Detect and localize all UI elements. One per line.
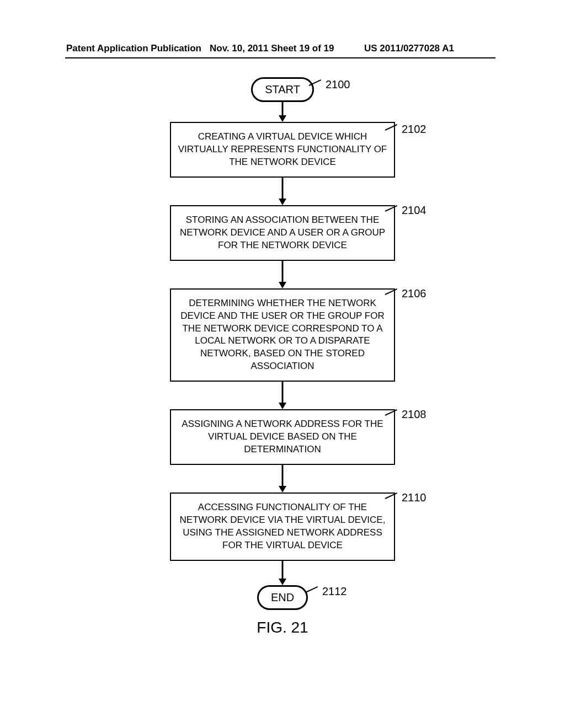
ref-2104: 2104 (402, 204, 427, 217)
node-2108-wrap: ASSIGNING A NETWORK ADDRESS FOR THE VIRT… (0, 409, 565, 465)
node-2106-wrap: DETERMINING WHETHER THE NETWORK DEVICE A… (0, 288, 565, 382)
ref-2102: 2102 (402, 123, 427, 136)
node-end-wrap: END 2112 (0, 585, 565, 610)
arrow-down-icon (277, 382, 288, 409)
header-left: Patent Application Publication (66, 43, 201, 54)
svg-marker-5 (279, 282, 286, 288)
process-2104: STORING AN ASSOCIATION BETWEEN THE NETWO… (170, 205, 395, 261)
end-terminal: END (257, 585, 308, 610)
start-terminal: START (251, 77, 314, 102)
header-mid: Nov. 10, 2011 Sheet 19 of 19 (210, 43, 334, 54)
svg-marker-3 (279, 199, 286, 205)
svg-marker-9 (279, 486, 286, 493)
header-rule (65, 57, 495, 58)
ref-2100: 2100 (326, 78, 350, 91)
ref-2112: 2112 (322, 585, 347, 598)
process-2110: ACCESSING FUNCTIONALITY OF THE NETWORK D… (170, 493, 395, 561)
figure-label: FIG. 21 (0, 619, 565, 636)
process-2102: CREATING A VIRTUAL DEVICE WHICH VIRTUALL… (170, 122, 395, 178)
header-right: US 2011/0277028 A1 (364, 43, 454, 54)
arrow-down-icon (277, 178, 288, 205)
flowchart: START 2100 CREATING A VIRTUAL DEVICE WHI… (0, 77, 565, 636)
node-2102-wrap: CREATING A VIRTUAL DEVICE WHICH VIRTUALL… (0, 122, 565, 178)
process-2106: DETERMINING WHETHER THE NETWORK DEVICE A… (170, 288, 395, 382)
arrow-down-icon (277, 561, 288, 585)
ref-tick-icon (306, 586, 318, 593)
ref-2106: 2106 (402, 287, 427, 300)
arrow (0, 561, 565, 585)
arrow-down-icon (277, 465, 288, 493)
arrow (0, 178, 565, 205)
svg-marker-11 (279, 579, 286, 585)
arrow-down-icon (277, 261, 288, 288)
arrow (0, 102, 565, 122)
page: Patent Application Publication Nov. 10, … (0, 0, 565, 728)
svg-marker-1 (279, 115, 286, 122)
node-2110-wrap: ACCESSING FUNCTIONALITY OF THE NETWORK D… (0, 493, 565, 561)
ref-2108: 2108 (402, 408, 427, 421)
arrow (0, 465, 565, 493)
node-start-wrap: START 2100 (0, 77, 565, 102)
arrow-down-icon (277, 102, 288, 122)
arrow (0, 382, 565, 409)
process-2108: ASSIGNING A NETWORK ADDRESS FOR THE VIRT… (170, 409, 395, 465)
svg-marker-7 (279, 403, 286, 409)
node-2104-wrap: STORING AN ASSOCIATION BETWEEN THE NETWO… (0, 205, 565, 261)
arrow (0, 261, 565, 288)
ref-2110: 2110 (402, 491, 427, 504)
